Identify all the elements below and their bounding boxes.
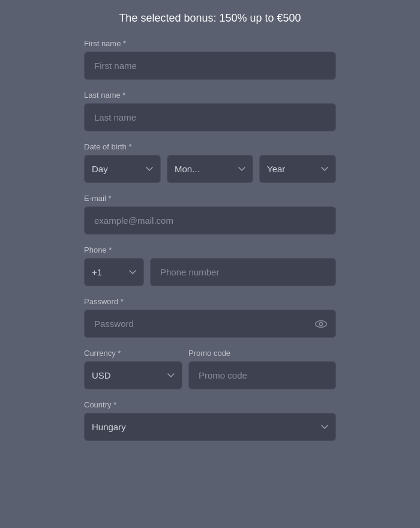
- dob-group: Date of birth * Day 12345 678910 1112131…: [84, 142, 336, 183]
- password-group: Password *: [84, 297, 336, 338]
- dob-year-select[interactable]: Year 2024202320102000 1999199019801970 1…: [259, 155, 336, 183]
- first-name-group: First name *: [84, 39, 336, 80]
- phone-group: Phone * +1 +7 +44 +49 +33 +36 +380: [84, 245, 336, 286]
- email-group: E-mail *: [84, 194, 336, 235]
- last-name-group: Last name *: [84, 91, 336, 131]
- promo-code-label: Promo code: [188, 349, 336, 358]
- phone-label: Phone *: [84, 245, 336, 254]
- bonus-title: The selected bonus: 150% up to €500: [84, 12, 336, 25]
- last-name-input[interactable]: [84, 103, 336, 131]
- promo-code-input[interactable]: [188, 361, 336, 389]
- svg-point-0: [316, 320, 326, 327]
- phone-row: +1 +7 +44 +49 +33 +36 +380: [84, 258, 336, 286]
- first-name-input[interactable]: [84, 52, 336, 80]
- promo-code-group: Promo code: [188, 349, 336, 389]
- phone-code-select[interactable]: +1 +7 +44 +49 +33 +36 +380: [84, 258, 144, 286]
- registration-form: The selected bonus: 150% up to €500 Firs…: [84, 12, 336, 452]
- password-wrapper: [84, 310, 336, 338]
- first-name-label: First name *: [84, 39, 336, 48]
- currency-label: Currency *: [84, 349, 182, 358]
- last-name-label: Last name *: [84, 91, 336, 100]
- currency-select[interactable]: USD EUR GBP HUF: [84, 361, 182, 389]
- email-input[interactable]: [84, 206, 336, 235]
- country-group: Country * Hungary United States Germany …: [84, 400, 336, 441]
- show-password-icon[interactable]: [314, 317, 328, 331]
- currency-promo-row: Currency * USD EUR GBP HUF Promo code: [84, 349, 336, 400]
- country-label: Country *: [84, 400, 336, 409]
- dob-month-select[interactable]: Mon... JanFebMarApr MayJunJulAug SepOctN…: [167, 155, 253, 183]
- country-select[interactable]: Hungary United States Germany France Uni…: [84, 413, 336, 441]
- currency-group: Currency * USD EUR GBP HUF: [84, 349, 182, 389]
- email-label: E-mail *: [84, 194, 336, 203]
- phone-number-input[interactable]: [150, 258, 336, 286]
- dob-label: Date of birth *: [84, 142, 336, 151]
- svg-point-1: [319, 322, 323, 326]
- password-label: Password *: [84, 297, 336, 306]
- dob-day-select[interactable]: Day 12345 678910 1112131415 1617181920 2…: [84, 155, 161, 183]
- password-input[interactable]: [84, 310, 336, 338]
- dob-row: Day 12345 678910 1112131415 1617181920 2…: [84, 155, 336, 183]
